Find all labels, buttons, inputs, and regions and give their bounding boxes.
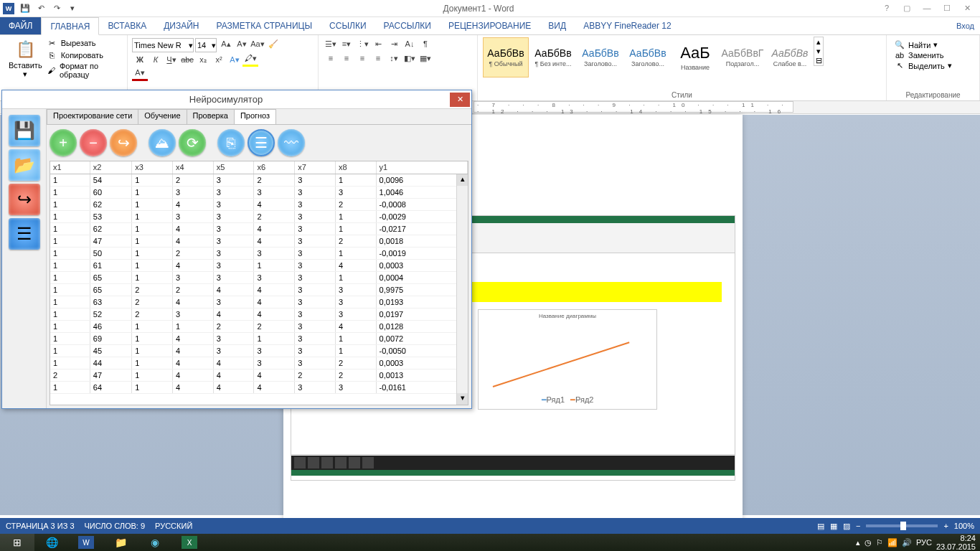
copy-button[interactable]: ⎘Копировать xyxy=(47,50,123,61)
grid-row[interactable]: 1541232310,0096 xyxy=(50,174,468,186)
grid-header[interactable]: x3 xyxy=(132,161,173,174)
help-icon[interactable]: ? xyxy=(877,4,897,13)
neurosim-title-bar[interactable]: Нейросимулятор ✕ xyxy=(2,90,471,109)
grid-row[interactable]: 2471444220,0013 xyxy=(50,369,468,381)
grid-cell[interactable]: 1 xyxy=(335,344,376,357)
grid-cell[interactable]: 1 xyxy=(132,320,173,332)
refresh-button-icon[interactable]: ⟳ xyxy=(179,129,206,156)
taskbar-word[interactable]: W xyxy=(69,534,103,551)
grid-cell[interactable]: 1 xyxy=(50,210,90,222)
tray-app-icon[interactable]: ◷ xyxy=(864,538,872,547)
grid-cell[interactable]: 2 xyxy=(132,308,173,320)
sidebar-open-icon[interactable]: 📂 xyxy=(9,149,40,181)
font-name-combo[interactable]: ▾ xyxy=(132,38,194,52)
grow-font-icon[interactable]: A▴ xyxy=(218,37,234,51)
sidebar-action-icon[interactable]: ↪ xyxy=(9,184,40,215)
grid-cell[interactable]: 3 xyxy=(295,283,336,296)
grid-cell[interactable]: 3 xyxy=(213,186,254,198)
grid-cell[interactable]: 1 xyxy=(254,332,295,344)
grid-cell[interactable]: 1 xyxy=(50,186,90,198)
styles-gallery[interactable]: АаБбВв¶ Обычный АаБбВв¶ Без инте... АаБб… xyxy=(482,37,814,78)
grid-cell[interactable]: 1 xyxy=(50,283,90,296)
clear-format-icon[interactable]: 🧹 xyxy=(265,37,281,51)
grid-cell[interactable]: 0,9975 xyxy=(376,283,467,296)
grid-cell[interactable]: 1 xyxy=(335,174,376,186)
zoom-slider[interactable] xyxy=(866,524,938,527)
bullets-icon[interactable]: ☰▾ xyxy=(323,37,339,51)
grid-cell[interactable]: 3 xyxy=(173,308,214,320)
grid-cell[interactable]: 64 xyxy=(90,381,131,393)
grid-cell[interactable]: 3 xyxy=(254,271,295,283)
grid-row[interactable]: 150123331-0,0019 xyxy=(50,247,468,259)
grid-row[interactable]: 1651333310,0004 xyxy=(50,271,468,283)
grid-row[interactable]: 162143431-0,0217 xyxy=(50,222,468,235)
grid-cell[interactable]: 3 xyxy=(295,210,336,222)
grid-cell[interactable]: 3 xyxy=(213,296,254,308)
style-no-spacing[interactable]: АаБбВв¶ Без инте... xyxy=(530,37,576,77)
tab-home[interactable]: ГЛАВНАЯ xyxy=(41,17,99,35)
grid-cell[interactable]: 1 xyxy=(50,357,90,369)
tab-references[interactable]: ССЫЛКИ xyxy=(321,17,374,34)
grid-row[interactable]: 1522344330,0197 xyxy=(50,308,468,320)
qat-save-icon[interactable]: 💾 xyxy=(19,2,32,15)
grid-header[interactable]: x1 xyxy=(50,161,90,174)
find-button[interactable]: 🔍Найти▾ xyxy=(894,40,952,50)
grid-cell[interactable]: 63 xyxy=(90,296,131,308)
grid-cell[interactable]: -0,0008 xyxy=(376,198,467,210)
grid-cell[interactable]: 3 xyxy=(213,198,254,210)
strike-button[interactable]: abc xyxy=(179,52,195,67)
grid-cell[interactable]: 0,0004 xyxy=(376,271,467,283)
grid-cell[interactable]: 4 xyxy=(173,198,214,210)
grid-cell[interactable]: 1 xyxy=(132,174,173,186)
grid-cell[interactable]: 1 xyxy=(50,247,90,259)
grid-cell[interactable]: 2 xyxy=(213,320,254,332)
grid-cell[interactable]: 3 xyxy=(295,186,336,198)
grid-cell[interactable]: 0,0197 xyxy=(376,308,467,320)
grid-cell[interactable]: 4 xyxy=(213,357,254,369)
import-button-icon[interactable]: ⛰ xyxy=(149,129,176,156)
grid-cell[interactable]: 44 xyxy=(90,357,131,369)
tray-up-icon[interactable]: ▴ xyxy=(856,538,860,547)
grid-cell[interactable]: 1 xyxy=(50,259,90,271)
grid-header[interactable]: x8 xyxy=(335,161,376,174)
remove-button-icon[interactable]: − xyxy=(80,129,107,156)
scroll-up-icon[interactable]: ▴ xyxy=(457,174,468,186)
grid-cell[interactable]: 3 xyxy=(173,210,214,222)
grid-cell[interactable]: 50 xyxy=(90,247,131,259)
grid-cell[interactable]: 3 xyxy=(213,271,254,283)
grid-cell[interactable]: 1 xyxy=(50,320,90,332)
forecast-grid[interactable]: x1x2x3x4x5x6x7x8y11541232310,00961601333… xyxy=(50,161,468,405)
sort-icon[interactable]: A↓ xyxy=(402,37,418,51)
grid-cell[interactable]: 4 xyxy=(173,381,214,393)
grid-cell[interactable]: 3 xyxy=(295,198,336,210)
italic-button[interactable]: К xyxy=(148,52,164,67)
grid-cell[interactable]: 4 xyxy=(173,235,214,247)
line-spacing-icon[interactable]: ↕▾ xyxy=(386,51,402,65)
grid-cell[interactable]: 4 xyxy=(213,308,254,320)
sidebar-save-icon[interactable]: 💾 xyxy=(9,115,40,146)
grid-row[interactable]: 1611431340,0003 xyxy=(50,259,468,271)
grid-cell[interactable]: 3 xyxy=(295,174,336,186)
tab-review[interactable]: РЕЦЕНЗИРОВАНИЕ xyxy=(440,17,540,34)
style-title[interactable]: АаБНазвание xyxy=(672,37,718,77)
grid-cell[interactable]: 1 xyxy=(50,344,90,357)
tab-forecast[interactable]: Прогноз xyxy=(234,109,276,124)
grid-cell[interactable]: 3 xyxy=(254,357,295,369)
grid-cell[interactable]: 4 xyxy=(254,283,295,296)
grid-cell[interactable]: 3 xyxy=(213,222,254,235)
grid-cell[interactable]: 1 xyxy=(132,357,173,369)
grid-row[interactable]: 145143331-0,0050 xyxy=(50,344,468,357)
grid-row[interactable]: 1461122340,0128 xyxy=(50,320,468,332)
grid-cell[interactable]: -0,0050 xyxy=(376,344,467,357)
grid-cell[interactable]: 1 xyxy=(335,332,376,344)
style-heading2[interactable]: АаБбВвЗаголово... xyxy=(625,37,671,77)
styles-up-icon[interactable]: ▴ xyxy=(814,37,823,47)
grid-cell[interactable]: 3 xyxy=(213,210,254,222)
grid-cell[interactable]: 4 xyxy=(335,259,376,271)
sidebar-layers-icon[interactable]: ☰ xyxy=(9,218,40,250)
grid-cell[interactable]: 53 xyxy=(90,210,131,222)
grid-cell[interactable]: 1 xyxy=(50,296,90,308)
grid-cell[interactable]: 3 xyxy=(335,283,376,296)
grid-cell[interactable]: 3 xyxy=(335,186,376,198)
grid-row[interactable]: 1441443320,0003 xyxy=(50,357,468,369)
